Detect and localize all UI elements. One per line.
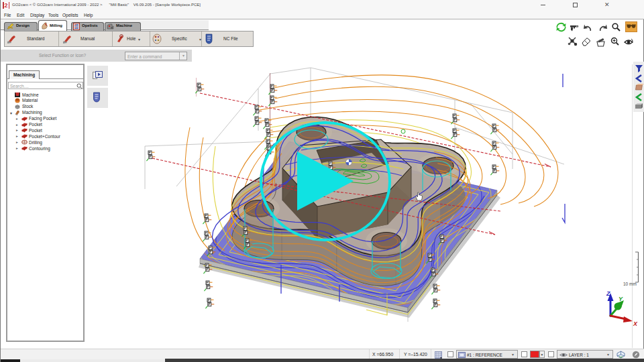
- svg-text:X: X: [633, 320, 638, 327]
- svg-text:10 mm: 10 mm: [623, 282, 637, 286]
- svg-text:Y: Y: [619, 296, 623, 302]
- svg-text:Z: Z: [606, 290, 610, 297]
